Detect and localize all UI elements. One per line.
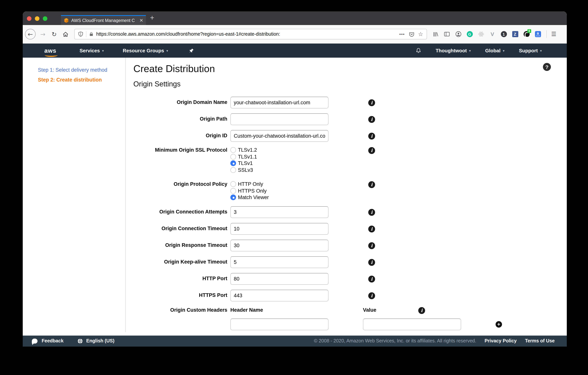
custom-headers-body: Header Name Value i + [230, 307, 502, 330]
pin-shortcut-icon[interactable] [189, 48, 194, 53]
help-button[interactable]: ? [543, 63, 551, 71]
screenshot-tool-icon[interactable]: a [535, 31, 541, 37]
zotero-icon[interactable]: Z [512, 31, 518, 37]
form-row-origin-id: Origin ID i [133, 130, 567, 142]
pocket-icon[interactable] [409, 31, 414, 37]
terms-of-use-link[interactable]: Terms of Use [525, 338, 555, 344]
language-selector[interactable]: English (US) [77, 338, 115, 344]
info-icon[interactable]: i [368, 259, 375, 266]
radio-option[interactable]: HTTPS Only [230, 188, 328, 194]
new-tab-button[interactable]: + [150, 14, 154, 22]
honey-icon[interactable]: $ [523, 31, 530, 37]
origin-response-timeout-input[interactable] [230, 239, 328, 251]
form-row-origin-protocol-policy: Origin Protocol Policy HTTP Only HTTPS O… [133, 181, 567, 201]
nav-account-menu[interactable]: Thoughtwoot▾ [436, 48, 471, 54]
url-text[interactable]: https://console.aws.amazon.com/cloudfron… [96, 32, 396, 37]
chevron-down-icon: ▾ [469, 49, 471, 53]
form-row-response-timeout: Origin Response Timeout i [133, 239, 567, 251]
aws-logo[interactable]: aws [44, 48, 60, 53]
radio-option-selected[interactable]: TLSv1 [230, 160, 328, 167]
notifications-bell-icon[interactable] [416, 48, 421, 54]
info-icon[interactable]: i [368, 209, 375, 216]
radio-icon[interactable] [230, 147, 236, 153]
info-icon[interactable]: i [368, 242, 375, 249]
zoom-window-button[interactable] [43, 16, 47, 21]
radio-selected-icon[interactable] [230, 161, 236, 166]
add-header-button[interactable]: + [495, 321, 502, 327]
reload-button[interactable]: ↻ [49, 28, 60, 40]
origin-path-input[interactable] [230, 113, 328, 125]
origin-domain-name-input[interactable] [230, 97, 328, 109]
vue-devtools-icon[interactable]: V [489, 31, 495, 37]
onepassword-icon[interactable]: 1 [501, 31, 507, 37]
grammarly-icon[interactable]: G [466, 31, 473, 37]
url-divider [86, 31, 86, 37]
wizard-steps-sidebar: Step 1: Select delivery method Step 2: C… [23, 58, 126, 332]
radio-option[interactable]: SSLv3 [230, 167, 328, 173]
menu-hamburger-icon[interactable]: ☰ [551, 31, 556, 38]
radio-option-selected[interactable]: Match Viewer [230, 194, 328, 201]
radio-selected-icon[interactable] [230, 195, 236, 200]
custom-header-name-input[interactable] [230, 318, 328, 330]
origin-connection-timeout-input[interactable] [230, 223, 328, 234]
minimize-window-button[interactable] [35, 16, 39, 21]
form-row-http-port: HTTP Port i [133, 273, 567, 285]
nav-region-menu[interactable]: Global▾ [485, 48, 504, 54]
https-port-input[interactable] [230, 289, 328, 301]
radio-option[interactable]: TLSv1.1 [230, 153, 328, 160]
info-icon[interactable]: i [418, 307, 425, 314]
sidebar-toggle-icon[interactable] [444, 31, 450, 37]
close-window-button[interactable] [27, 16, 32, 21]
origin-id-input[interactable] [230, 130, 328, 142]
page-actions-icon[interactable]: ••• [399, 32, 405, 36]
react-devtools-icon[interactable] [478, 31, 484, 37]
nav-support-menu[interactable]: Support▾ [519, 48, 542, 54]
window-controls [27, 16, 47, 21]
tab-close-icon[interactable]: ✕ [139, 18, 143, 23]
step-1-link[interactable]: Step 1: Select delivery method [38, 67, 126, 73]
nav-resource-groups-menu[interactable]: Resource Groups▾ [123, 48, 168, 54]
header-name-column-label: Header Name [230, 307, 363, 313]
info-icon[interactable]: i [368, 225, 375, 232]
feedback-button[interactable]: Feedback [32, 338, 63, 344]
info-icon[interactable]: i [368, 116, 375, 123]
tracking-shield-icon[interactable] [78, 32, 83, 37]
custom-header-value-input[interactable] [363, 318, 461, 330]
radio-icon[interactable] [230, 181, 236, 187]
url-bar[interactable]: https://console.aws.amazon.com/cloudfron… [74, 29, 427, 39]
radio-option[interactable]: HTTP Only [230, 181, 328, 188]
browser-tab[interactable]: AWS CloudFront Management C ✕ [61, 15, 146, 25]
forward-button[interactable]: → [37, 28, 49, 40]
privacy-policy-link[interactable]: Privacy Policy [484, 338, 517, 344]
radio-option[interactable]: TLSv1.2 [230, 147, 328, 153]
radio-icon[interactable] [230, 154, 236, 160]
section-title: Origin Settings [133, 80, 567, 88]
content-footer-gap [23, 332, 567, 335]
http-port-input[interactable] [230, 273, 328, 285]
account-icon[interactable] [455, 31, 462, 37]
tab-title: AWS CloudFront Management C [71, 18, 138, 23]
info-icon[interactable]: i [368, 292, 375, 299]
info-icon[interactable]: i [368, 181, 375, 188]
aws-cube-favicon-icon [64, 18, 69, 23]
info-icon[interactable]: i [368, 99, 375, 106]
info-icon[interactable]: i [368, 276, 375, 282]
home-button[interactable] [60, 28, 71, 40]
navbar-right: Thoughtwoot▾ Global▾ Support▾ [416, 48, 567, 54]
bookmark-star-icon[interactable]: ☆ [418, 31, 423, 38]
radio-icon[interactable] [230, 167, 236, 173]
library-icon[interactable] [432, 31, 439, 37]
back-button[interactable]: ← [25, 29, 36, 39]
form-row-connection-timeout: Origin Connection Timeout i [133, 223, 567, 234]
origin-keepalive-timeout-input[interactable] [230, 256, 328, 268]
chevron-down-icon: ▾ [540, 49, 542, 53]
info-icon[interactable]: i [368, 147, 375, 154]
nav-services-menu[interactable]: Services▾ [80, 48, 104, 54]
page-content: Step 1: Select delivery method Step 2: C… [23, 58, 567, 332]
radio-icon[interactable] [230, 188, 236, 194]
origin-connection-attempts-input[interactable] [230, 206, 328, 218]
info-icon[interactable]: i [368, 133, 375, 140]
aws-smile-icon [45, 53, 58, 57]
lock-icon[interactable] [89, 32, 94, 36]
aws-navbar: aws Services▾ Resource Groups▾ Thoughtwo… [23, 44, 567, 58]
